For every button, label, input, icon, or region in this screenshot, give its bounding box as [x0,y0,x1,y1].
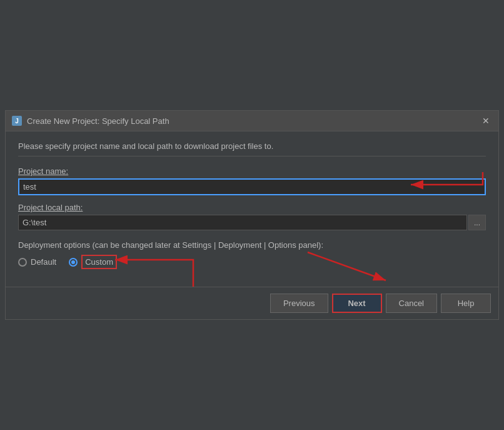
project-path-field: Project local path: ... [18,203,486,230]
browse-button[interactable]: ... [468,215,486,230]
radio-custom-label: Custom [81,255,117,269]
next-button[interactable]: Next [332,294,382,313]
project-name-field: Project name: [18,166,486,195]
close-button[interactable]: ✕ [480,115,492,127]
previous-button[interactable]: Previous [270,294,328,313]
radio-default-item[interactable]: Default [18,257,56,267]
description-text: Please specify project name and local pa… [18,141,486,156]
project-path-input[interactable] [18,215,467,230]
radio-default-label: Default [31,257,56,267]
title-bar: J Create New Project: Specify Local Path… [6,111,498,131]
radio-custom-item[interactable]: Custom [69,255,117,269]
dialog-title: Create New Project: Specify Local Path [27,116,169,126]
radio-default-input[interactable] [18,258,27,267]
project-name-label: Project name: [18,166,486,176]
radio-custom-input[interactable] [69,258,78,267]
project-name-input-row [18,178,486,195]
title-bar-left: J Create New Project: Specify Local Path [12,116,169,126]
deployment-radio-group: Default Custom [18,255,486,269]
create-project-dialog: J Create New Project: Specify Local Path… [5,110,499,320]
dialog-body: Please specify project name and local pa… [6,131,498,287]
cancel-button[interactable]: Cancel [386,294,437,313]
help-button[interactable]: Help [441,294,491,313]
dialog-footer: Previous Next Cancel Help [6,287,498,319]
deployment-section: Deployment options (can be changed later… [18,240,486,269]
deployment-options-label: Deployment options (can be changed later… [18,240,486,250]
project-name-input[interactable] [18,178,486,195]
project-path-label: Project local path: [18,203,486,212]
project-path-input-row: ... [18,215,486,230]
app-icon: J [12,116,22,126]
